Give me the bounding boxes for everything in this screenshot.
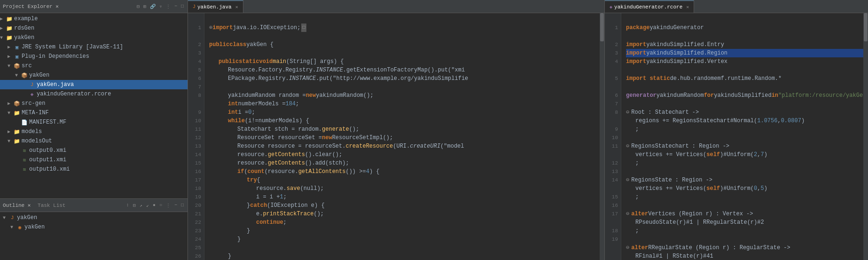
- label-yakGenPkg: yakGen: [29, 72, 49, 79]
- outline-icon6[interactable]: ○: [158, 202, 163, 208]
- menu-icon[interactable]: ⋮: [165, 3, 172, 10]
- rcore-root-body: regions += RegionsStatechart#Normal( 1.0…: [626, 117, 863, 125]
- code-line-brace1: }: [209, 227, 600, 235]
- tree-item-models[interactable]: ▶ 📁 models: [0, 127, 188, 136]
- tree-item-modelsOut[interactable]: ▼ 📁 modelsOut: [0, 136, 188, 146]
- java-code-content[interactable]: ⊕ import java.io.IOException; □ public c…: [204, 13, 600, 260]
- collapse-icon5[interactable]: ⊖: [626, 244, 629, 252]
- collapse-icon3[interactable]: ⊖: [626, 176, 629, 184]
- tree-item-plugin[interactable]: ▶ ▣ Plug-in Dependencies: [0, 52, 188, 61]
- rln: [605, 184, 618, 193]
- tree-item-yakGenJava[interactable]: J yakGen.java: [0, 80, 188, 89]
- class-name: yakGen {: [246, 40, 274, 49]
- root-n2: 0.0807: [781, 117, 801, 125]
- tree-item-output0[interactable]: ≋ output0.xmi: [0, 146, 188, 155]
- rln: [605, 150, 618, 159]
- tree-item-jre[interactable]: ▶ ▣ JRE System Library [JavaSE-11]: [0, 42, 188, 52]
- arrow-srcGen: ▶: [8, 101, 13, 106]
- regSC-close: )#Uniform(: [720, 150, 754, 159]
- rcore-regState-semi: ;: [626, 193, 863, 201]
- outline-icon5[interactable]: ●: [152, 202, 156, 208]
- rcore-collapse2: ⊖ RegionsStatechart : Region ->: [626, 142, 863, 150]
- collapse-icon4[interactable]: ⊖: [626, 210, 629, 218]
- rln: [605, 83, 618, 91]
- regionsStatechart-decl: RegionsStatechart : Region ->: [631, 142, 729, 150]
- expand-all-icon[interactable]: ⊞: [142, 3, 147, 10]
- collapse-icon2[interactable]: ⊖: [626, 142, 629, 150]
- ln: 17: [188, 176, 201, 184]
- tree-item-rdsGen[interactable]: ▶ 📁 rdsGen: [0, 24, 188, 33]
- outline-icon2[interactable]: ⊟: [132, 202, 137, 209]
- outline-icon4[interactable]: ↙: [145, 202, 150, 209]
- tab-yakinduGenerator[interactable]: ◈ yakinduGenerator.rcore ✕: [605, 0, 694, 13]
- java-scrollbar-thumb[interactable]: [600, 13, 604, 41]
- code-line-epackage: EPackage.Registry. INSTANCE .put("http:/…: [209, 74, 600, 83]
- tab-yakGenJava[interactable]: J yakGen.java ✕: [188, 0, 243, 13]
- rcore-code-content[interactable]: package yakinduGenerator import yakinduS…: [621, 13, 863, 260]
- code-line-i-inc: i = i + 1 ;: [209, 193, 600, 201]
- root-regions: regions += RegionsStatechart#Normal(: [635, 117, 757, 125]
- tree-item-yakGen[interactable]: ▼ 📁 yakGen: [0, 33, 188, 42]
- tree-item-yakinduGen[interactable]: ◈ yakinduGenerator.rcore: [0, 89, 188, 99]
- label-manifest: MANIFEST.MF: [29, 119, 66, 126]
- rln: 14: [605, 176, 618, 184]
- root-comma: ,: [777, 117, 781, 125]
- outline-icon7[interactable]: ⋮: [165, 202, 172, 209]
- label-yakGenJava: yakGen.java: [37, 81, 74, 88]
- link-with-editor-icon[interactable]: 🔗: [149, 3, 156, 10]
- alter2-body: RFinal#1 | RState(r)#41: [635, 252, 713, 260]
- project-explorer: Project Explorer ✕ ⊟ ⊞ 🔗 ▿ ⋮ − □ ▶ 📁 exa…: [0, 0, 188, 199]
- outline-item-yakGen2[interactable]: ▼ ◉ yakGen: [0, 222, 188, 232]
- outline-minimize-icon[interactable]: −: [173, 202, 178, 208]
- in-kw: in: [772, 91, 778, 100]
- tree-item-yakGenPkg[interactable]: ▼ 📦 yakGen: [0, 71, 188, 80]
- java-scrollbar[interactable]: [600, 13, 604, 260]
- catch-param: (IOException e) {: [267, 201, 324, 210]
- rln: 7: [605, 100, 618, 108]
- outline-maximize-icon[interactable]: □: [180, 202, 185, 208]
- folder-icon-example: 📁: [6, 16, 13, 22]
- public-kw: public: [209, 40, 229, 49]
- rcore-line-numbers: 1 2 3 4 5 6 7 8 9 10 11 12 13 14: [605, 13, 621, 260]
- rln: 1: [605, 24, 618, 32]
- rcore-scrollbar[interactable]: [863, 13, 868, 260]
- rcore-import2: import yakinduSimplified.Region: [626, 49, 863, 57]
- outline-item-yakGen[interactable]: ▼ J yakGen: [0, 213, 188, 222]
- outline-icon3[interactable]: ↗: [139, 202, 143, 209]
- root-close: ): [801, 117, 805, 125]
- ln: 15: [188, 159, 201, 167]
- ln: 6: [188, 74, 201, 83]
- collapse-all-icon[interactable]: ⊟: [136, 3, 141, 10]
- if-cond2: (resource.: [265, 167, 298, 176]
- i-semi: ;: [251, 108, 255, 117]
- tree-item-output1[interactable]: ≋ output1.xmi: [0, 155, 188, 165]
- outline-icon1[interactable]: ↕: [125, 202, 130, 208]
- maximize-icon[interactable]: □: [180, 3, 185, 9]
- rcore-tab-close[interactable]: ✕: [686, 4, 689, 10]
- collapse-icon1[interactable]: ⊖: [626, 108, 629, 117]
- ln: 4: [188, 57, 201, 66]
- tree-item-example[interactable]: ▶ 📁 example: [0, 14, 188, 24]
- filter-icon[interactable]: ▿: [158, 3, 163, 10]
- tree-item-manifest[interactable]: 📄 MANIFEST.MF: [0, 118, 188, 127]
- tree-item-srcGen[interactable]: ▶ 📦 src-gen: [0, 99, 188, 108]
- minimize-icon[interactable]: −: [173, 3, 178, 9]
- rcore-regSC-body: vertices += Vertices( self )#Uniform( 2 …: [626, 150, 863, 159]
- java-tab-close[interactable]: ✕: [235, 4, 238, 10]
- tree-item-output10[interactable]: ≋ output10.xmi: [0, 165, 188, 174]
- arrow-src: ▼: [8, 63, 13, 69]
- code-line-stacktrace: e. printStackTrace ();: [209, 210, 600, 218]
- rln: 4: [605, 57, 618, 66]
- tree-item-src[interactable]: ▼ 📦 src: [0, 61, 188, 71]
- rcore-scrollbar-thumb[interactable]: [864, 13, 868, 41]
- code-line-resourceSet: ResourceSet resourceSet = new ResourceSe…: [209, 134, 600, 142]
- continue-kw: continue: [256, 218, 283, 227]
- left-panel: Project Explorer ✕ ⊟ ⊞ 🔗 ▿ ⋮ − □ ▶ 📁 exa…: [0, 0, 188, 260]
- ln: 22: [188, 218, 201, 227]
- try-open: {: [257, 176, 260, 184]
- tree-item-metainf[interactable]: ▼ 📁 META-INF: [0, 108, 188, 118]
- task-list-tab-label[interactable]: Task List: [38, 203, 65, 208]
- arrow-jre: ▶: [8, 44, 13, 50]
- label-output0: output0.xmi: [29, 147, 66, 154]
- outline-tab-label[interactable]: Outline ✕: [3, 203, 31, 208]
